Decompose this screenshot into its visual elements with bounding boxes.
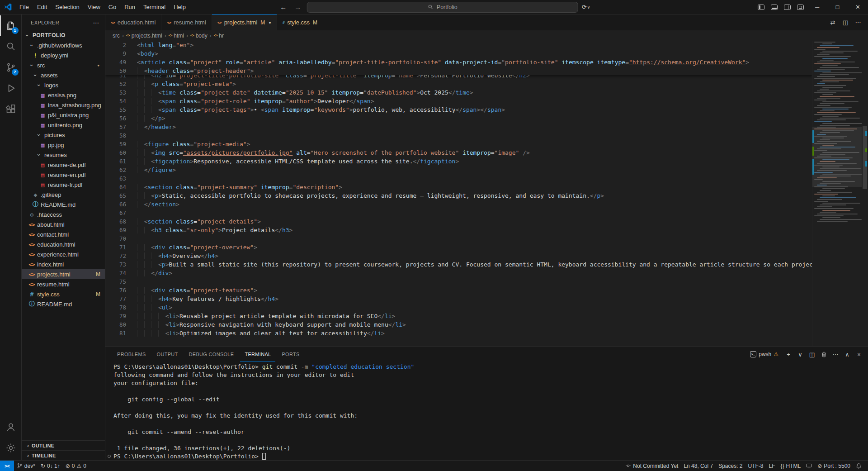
file-resume-html[interactable]: <>resume.html (22, 279, 105, 289)
activity-explorer[interactable]: 1 (0, 15, 22, 36)
more-actions-icon[interactable]: ⋯ (830, 349, 841, 360)
status-sync[interactable]: ↻0↓ 1↑ (38, 461, 63, 471)
code-line[interactable]: 56 </p> (105, 114, 812, 123)
code-line[interactable]: 78 <ul> (105, 303, 812, 312)
code-line[interactable]: 69 <h3 class="sr-only">Project details</… (105, 226, 812, 234)
section-outline[interactable]: ›OUTLINE (22, 440, 105, 450)
minimap-slider[interactable] (812, 127, 862, 187)
new-terminal-icon[interactable]: + (783, 349, 794, 360)
code-line[interactable]: 2<html lang="en"> (105, 41, 812, 49)
folder-assets[interactable]: ›assets (22, 70, 105, 80)
command-center[interactable]: Portfolio (307, 2, 578, 13)
menu-edit[interactable]: Edit (33, 2, 51, 12)
code-line[interactable]: 62 </figure> (105, 166, 812, 174)
file-resume-de-pdf[interactable]: ▤resume-de.pdf (22, 160, 105, 170)
code-line[interactable]: 50 <header class="project-header"> (105, 67, 812, 75)
file-insa-strasbourg-png[interactable]: ▦insa_strasbourg.png (22, 100, 105, 110)
code-line[interactable]: 52 <p class="project-meta"> (105, 80, 812, 88)
breadcrumb-item-html[interactable]: <>html (169, 33, 184, 39)
status-live-server-port[interactable]: ⊘Port : 5500 (815, 461, 853, 471)
tree-root-portfolio[interactable]: › PORTFOLIO (22, 30, 105, 40)
status-notifications[interactable] (853, 461, 864, 471)
open-changes-icon[interactable]: ⇄ (827, 17, 838, 28)
tab-projects-html[interactable]: <>projects.htmlM● (212, 14, 277, 30)
code-line[interactable]: 74 </div> (105, 269, 812, 277)
folder-resumes[interactable]: ›resumes (22, 150, 105, 160)
status-encoding[interactable]: UTF-8 (745, 461, 766, 471)
file-ensisa-png[interactable]: ▦ensisa.png (22, 90, 105, 100)
code-line[interactable]: 53 <time class="project-date" datetime="… (105, 88, 812, 97)
status-problems[interactable]: ⊘0⚠0 (63, 461, 89, 471)
restore-icon[interactable]: □ (827, 0, 848, 14)
code-line[interactable]: 67 (105, 209, 812, 217)
nav-forward-icon[interactable]: → (292, 3, 303, 11)
activity-accounts[interactable] (0, 417, 22, 438)
folder-logos[interactable]: ›logos (22, 80, 105, 90)
minimize-icon[interactable]: ─ (807, 0, 827, 14)
code-line[interactable]: 76 <div class="project-features"> (105, 286, 812, 295)
file-style-css[interactable]: #style.cssM (22, 289, 105, 299)
file-resume-en-pdf[interactable]: ▤resume-en.pdf (22, 170, 105, 180)
menu-view[interactable]: View (84, 2, 104, 12)
close-icon[interactable]: ✕ (848, 0, 868, 14)
code-line[interactable]: 9<body> (105, 49, 812, 58)
activity-manage[interactable] (0, 438, 22, 458)
code-line[interactable]: 54 <span class="project-role" itemprop="… (105, 97, 812, 105)
folder-src[interactable]: ›src● (22, 60, 105, 70)
breadcrumb-item-src[interactable]: src (113, 33, 120, 39)
code-line[interactable]: 68 <section class="project-details"> (105, 217, 812, 226)
code-line[interactable]: 79 <li>Reusable project article template… (105, 312, 812, 320)
code-line[interactable]: 77 <h4>Key features / highlights</h4> (105, 295, 812, 303)
remote-indicator[interactable]: >< (0, 461, 14, 471)
code-line[interactable]: 59 <figure class="project-media"> (105, 140, 812, 148)
code-line[interactable]: 49<article class="project" role="article… (105, 58, 812, 67)
code-line[interactable]: 70 (105, 234, 812, 243)
activity-search[interactable] (0, 36, 22, 57)
menu-file[interactable]: File (15, 2, 33, 12)
toggle-secondary-sidebar-icon[interactable] (784, 5, 791, 10)
file-education-html[interactable]: <>education.html (22, 239, 105, 249)
nav-back-icon[interactable]: ← (278, 3, 289, 11)
breadcrumb-item-hr[interactable]: <>hr (214, 33, 224, 39)
menu-terminal[interactable]: Terminal (139, 2, 170, 12)
code-line[interactable]: 58 (105, 131, 812, 140)
terminal-instance-pwsh[interactable]: >_ pwsh ⚠ (746, 351, 782, 357)
history-dropdown-icon[interactable]: ⟳∨ (582, 4, 590, 10)
toggle-primary-sidebar-icon[interactable] (758, 5, 764, 10)
activity-run-and-debug[interactable] (0, 78, 22, 99)
file-htaccess[interactable]: ⚙.htaccess (22, 209, 105, 219)
toggle-panel-icon[interactable] (771, 5, 778, 10)
explorer-more-actions-icon[interactable]: ⋯ (93, 19, 99, 26)
status-eol[interactable]: LF (766, 461, 778, 471)
more-actions-icon[interactable]: ⋯ (853, 17, 863, 28)
maximize-panel-icon[interactable]: ∧ (842, 349, 853, 360)
menu-run[interactable]: Run (120, 2, 139, 12)
file-about-html[interactable]: <>about.html (22, 219, 105, 229)
file-projects-html[interactable]: <>projects.htmlM (22, 269, 105, 279)
file-resume-fr-pdf[interactable]: ▤resume-fr.pdf (22, 180, 105, 190)
code-line[interactable]: 72 <h4>Overview</h4> (105, 252, 812, 260)
file-experience-html[interactable]: <>experience.html (22, 249, 105, 259)
menu-go[interactable]: Go (104, 2, 120, 12)
folder-pictures[interactable]: ›pictures (22, 130, 105, 140)
activity-source-control[interactable]: 2 (0, 57, 22, 78)
panel-tab-output[interactable]: OUTPUT (152, 347, 183, 362)
terminal[interactable]: PS C:\Users\aallonas01\Desktop\Portfolio… (105, 362, 868, 460)
menu-selection[interactable]: Selection (51, 2, 83, 12)
panel-tab-problems[interactable]: PROBLEMS (113, 347, 151, 362)
tab-resume-html[interactable]: <>resume.html (161, 14, 212, 30)
tab-style-css[interactable]: #style.cssM (277, 14, 323, 30)
status-indentation[interactable]: Spaces: 2 (716, 461, 745, 471)
panel-tab-ports[interactable]: PORTS (277, 347, 304, 362)
code-line[interactable]: 81 <li>Optimized images and clear alt te… (105, 329, 812, 338)
panel-tab-debug-console[interactable]: DEBUG CONSOLE (184, 347, 239, 362)
file-gitkeep[interactable]: ◆.gitkeep (22, 190, 105, 200)
status-branch[interactable]: dev* (14, 461, 38, 471)
breadcrumb-item-body[interactable]: <>body (190, 33, 208, 39)
code-line[interactable]: 61 <figcaption>Responsive, accessible HT… (105, 157, 812, 166)
kill-terminal-icon[interactable] (818, 349, 829, 360)
file-readme-md[interactable]: ⓘREADME.md (22, 299, 105, 309)
code-line[interactable]: 73 <p>Built a small static site (this re… (105, 260, 812, 269)
profiles-dropdown-icon[interactable]: ∨ (795, 349, 806, 360)
status-language-mode[interactable]: {}HTML (778, 461, 804, 471)
